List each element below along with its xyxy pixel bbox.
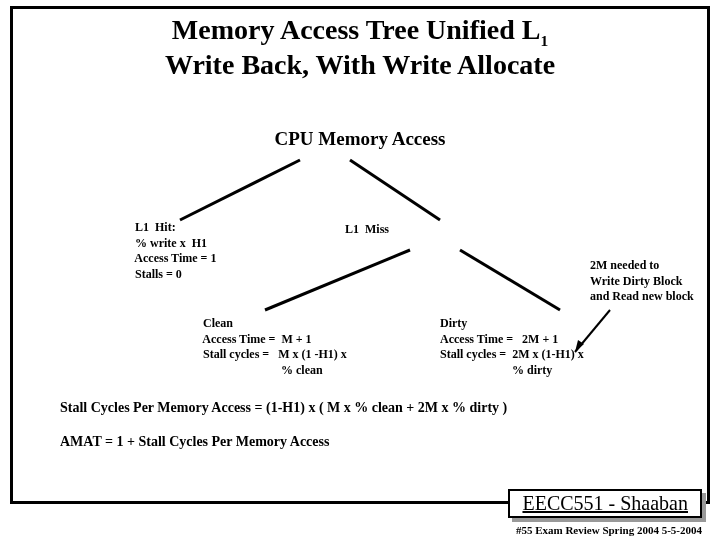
title-line2: Write Back, With Write Allocate: [165, 49, 555, 80]
slide-title: Memory Access Tree Unified L1 Write Back…: [0, 14, 720, 81]
stall-formula-right: (1-H1) x ( M x % clean + 2M x % dirty ): [266, 400, 507, 415]
root-node-label: CPU Memory Access: [0, 128, 720, 150]
title-l1-sub: 1: [540, 32, 548, 49]
dirty-block: Dirty Access Time = 2M + 1 Stall cycles …: [440, 316, 584, 378]
clean-block: Clean Access Time = M + 1 Stall cycles =…: [200, 316, 347, 378]
l1-hit-block: L1 Hit: % write x H1 Access Time = 1 Sta…: [132, 220, 216, 282]
page-number: #55 Exam Review Spring 2004 5-5-2004: [516, 524, 702, 536]
amat-formula: AMAT = 1 + Stall Cycles Per Memory Acces…: [60, 434, 329, 450]
title-line1-pre: Memory Access Tree Unified L: [172, 14, 541, 45]
footer-box: EECC551 - Shaaban: [508, 489, 702, 518]
stall-formula: Stall Cycles Per Memory Access = (1-H1) …: [60, 400, 507, 416]
stall-formula-left: Stall Cycles Per Memory Access =: [60, 400, 266, 415]
side-note: 2M needed to Write Dirty Block and Read …: [590, 258, 694, 305]
l1-miss-label: L1 Miss: [345, 222, 389, 238]
footer-label: EECC551 - Shaaban: [508, 489, 702, 518]
